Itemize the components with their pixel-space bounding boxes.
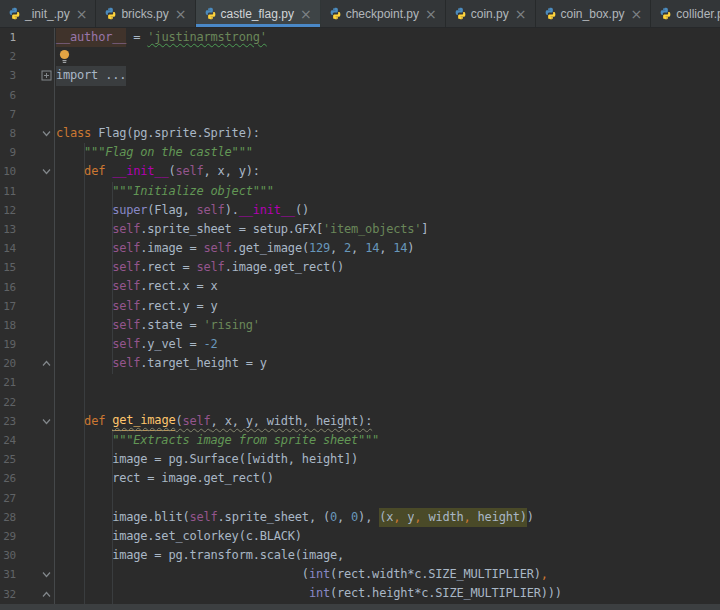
fold-collapsed-icon[interactable] xyxy=(38,70,54,81)
code-line-text[interactable]: (int(rect.width*c.SIZE_MULTIPLIER), xyxy=(55,565,720,584)
gutter[interactable]: 31 xyxy=(0,565,55,584)
code-line[interactable]: 9 """Flag on the castle""" xyxy=(0,143,720,162)
fold-end-icon[interactable] xyxy=(38,358,54,369)
code-line-text[interactable]: def __init__(self, x, y): xyxy=(55,162,720,181)
code-line[interactable]: 2 xyxy=(0,47,720,66)
code-line-text[interactable]: class Flag(pg.sprite.Sprite): xyxy=(55,124,720,143)
gutter[interactable]: 28 xyxy=(0,508,55,527)
gutter[interactable]: 32 xyxy=(0,584,55,603)
code-line-text[interactable] xyxy=(55,49,720,64)
code-line-text[interactable]: self.image = self.get_image(129, 2, 14, … xyxy=(55,239,720,258)
gutter[interactable]: 26 xyxy=(0,469,55,488)
code-line[interactable]: 22 xyxy=(0,393,720,412)
gutter[interactable]: 30 xyxy=(0,546,55,565)
code-line[interactable]: 7 xyxy=(0,105,720,124)
code-line-text[interactable]: self.target_height = y xyxy=(55,354,720,373)
code-line-text[interactable]: image = pg.Surface([width, height]) xyxy=(55,450,720,469)
code-line-text[interactable]: """Extracts image from sprite sheet""" xyxy=(55,431,720,450)
code-line[interactable]: 30 image = pg.transform.scale(image, xyxy=(0,546,720,565)
gutter[interactable]: 20 xyxy=(0,354,55,373)
code-line[interactable]: 11 """Initialize object""" xyxy=(0,182,720,201)
code-line[interactable]: 29 image.set_colorkey(c.BLACK) xyxy=(0,527,720,546)
gutter[interactable]: 29 xyxy=(0,527,55,546)
fold-open-icon[interactable] xyxy=(38,128,54,139)
code-line-text[interactable]: self.rect = self.image.get_rect() xyxy=(55,258,720,277)
tab-collider-py[interactable]: collider.py× xyxy=(651,0,720,27)
tab-close-icon[interactable]: × xyxy=(515,7,527,21)
lightbulb-icon[interactable] xyxy=(58,49,71,64)
code-line-text[interactable]: import ... xyxy=(55,66,720,85)
gutter[interactable]: 6 xyxy=(0,86,55,105)
gutter[interactable]: 15 xyxy=(0,258,55,277)
code-line[interactable]: 21 xyxy=(0,373,720,392)
code-line[interactable]: 8class Flag(pg.sprite.Sprite): xyxy=(0,124,720,143)
tab-coin-py[interactable]: coin.py× xyxy=(446,0,536,27)
fold-open-icon[interactable] xyxy=(38,569,54,580)
code-line[interactable]: 15 self.rect = self.image.get_rect() xyxy=(0,258,720,277)
code-line-text[interactable]: int(rect.height*c.SIZE_MULTIPLIER))) xyxy=(55,584,720,603)
gutter[interactable]: 9 xyxy=(0,143,55,162)
code-line[interactable]: 31 (int(rect.width*c.SIZE_MULTIPLIER), xyxy=(0,565,720,584)
gutter[interactable]: 19 xyxy=(0,335,55,354)
gutter[interactable]: 21 xyxy=(0,373,55,392)
code-line[interactable]: 19 self.y_vel = -2 xyxy=(0,335,720,354)
gutter[interactable]: 18 xyxy=(0,316,55,335)
code-line-text[interactable]: image.set_colorkey(c.BLACK) xyxy=(55,527,720,546)
code-line[interactable]: 13 self.sprite_sheet = setup.GFX['item_o… xyxy=(0,220,720,239)
code-line[interactable]: 1__author__ = 'justinarmstrong' xyxy=(0,28,720,47)
gutter[interactable]: 14 xyxy=(0,239,55,258)
gutter[interactable]: 13 xyxy=(0,220,55,239)
code-line[interactable]: 24 """Extracts image from sprite sheet""… xyxy=(0,431,720,450)
code-line[interactable]: 20 self.target_height = y xyxy=(0,354,720,373)
code-line-text[interactable]: self.rect.x = x xyxy=(55,277,720,296)
gutter[interactable]: 25 xyxy=(0,450,55,469)
fold-open-icon[interactable] xyxy=(38,416,54,427)
gutter[interactable]: 24 xyxy=(0,431,55,450)
gutter[interactable]: 1 xyxy=(0,28,55,47)
code-line-text[interactable]: """Initialize object""" xyxy=(55,182,720,201)
fold-end-icon[interactable] xyxy=(38,589,54,600)
code-line[interactable]: 6 xyxy=(0,86,720,105)
code-line-text[interactable]: self.state = 'rising' xyxy=(55,316,720,335)
tab-bricks-py[interactable]: bricks.py× xyxy=(96,0,195,27)
code-line-text[interactable]: self.y_vel = -2 xyxy=(55,335,720,354)
code-line[interactable]: 26 rect = image.get_rect() xyxy=(0,469,720,488)
code-line[interactable]: 16 self.rect.x = x xyxy=(0,277,720,296)
code-line-text[interactable]: rect = image.get_rect() xyxy=(55,469,720,488)
code-line[interactable]: 27 xyxy=(0,489,720,508)
code-line-text[interactable]: __author__ = 'justinarmstrong' xyxy=(55,28,720,47)
gutter[interactable]: 17 xyxy=(0,297,55,316)
code-line-text[interactable]: def get_image(self, x, y, width, height)… xyxy=(55,411,720,431)
tab-close-icon[interactable]: × xyxy=(76,7,88,21)
tab-castle-flag-py[interactable]: castle_flag.py× xyxy=(196,0,321,27)
gutter[interactable]: 12 xyxy=(0,201,55,220)
code-line[interactable]: 28 image.blit(self.sprite_sheet, (0, 0),… xyxy=(0,508,720,527)
code-line-text[interactable]: super(Flag, self).__init__() xyxy=(55,201,720,220)
code-line[interactable]: 25 image = pg.Surface([width, height]) xyxy=(0,450,720,469)
code-line[interactable]: 17 self.rect.y = y xyxy=(0,297,720,316)
gutter[interactable]: 10 xyxy=(0,162,55,181)
gutter[interactable]: 27 xyxy=(0,489,55,508)
gutter[interactable]: 16 xyxy=(0,277,55,296)
tab-close-icon[interactable]: × xyxy=(175,7,187,21)
gutter[interactable]: 22 xyxy=(0,393,55,412)
gutter[interactable]: 23 xyxy=(0,412,55,431)
code-line[interactable]: 14 self.image = self.get_image(129, 2, 1… xyxy=(0,239,720,258)
code-line-text[interactable]: self.rect.y = y xyxy=(55,297,720,316)
tab-close-icon[interactable]: × xyxy=(300,7,312,21)
code-line[interactable]: 32 int(rect.height*c.SIZE_MULTIPLIER))) xyxy=(0,584,720,603)
tab-init-py[interactable]: _init_.py× xyxy=(0,0,96,27)
tab-close-icon[interactable]: × xyxy=(631,7,643,21)
fold-open-icon[interactable] xyxy=(38,166,54,177)
gutter[interactable]: 2 xyxy=(0,47,55,66)
gutter[interactable]: 8 xyxy=(0,124,55,143)
code-line[interactable]: 10 def __init__(self, x, y): xyxy=(0,162,720,181)
tab-checkpoint-py[interactable]: checkpoint.py× xyxy=(321,0,446,27)
gutter[interactable]: 3 xyxy=(0,66,55,85)
code-line-text[interactable]: image.blit(self.sprite_sheet, (0, 0), (x… xyxy=(55,508,720,527)
code-line[interactable]: 18 self.state = 'rising' xyxy=(0,316,720,335)
gutter[interactable]: 11 xyxy=(0,182,55,201)
code-line[interactable]: 3import ... xyxy=(0,66,720,85)
gutter[interactable]: 7 xyxy=(0,105,55,124)
code-line-text[interactable]: self.sprite_sheet = setup.GFX['item_obje… xyxy=(55,220,720,239)
